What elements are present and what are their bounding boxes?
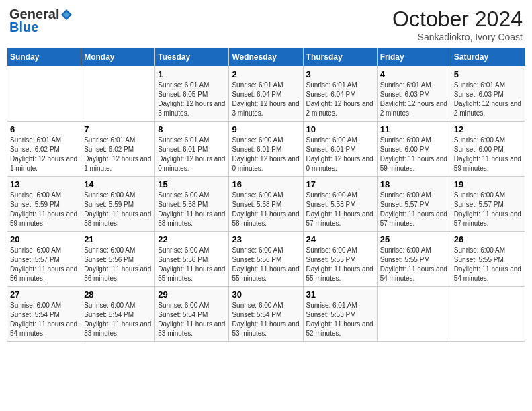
day-info: Sunrise: 6:00 AM Sunset: 6:01 PM Dayligh… bbox=[306, 136, 374, 173]
calendar-cell bbox=[81, 66, 155, 122]
day-info: Sunrise: 6:00 AM Sunset: 5:54 PM Dayligh… bbox=[10, 301, 78, 338]
calendar-table: SundayMondayTuesdayWednesdayThursdayFrid… bbox=[7, 48, 525, 342]
day-number: 26 bbox=[454, 234, 522, 244]
day-info: Sunrise: 6:01 AM Sunset: 6:02 PM Dayligh… bbox=[10, 136, 78, 173]
day-info: Sunrise: 6:01 AM Sunset: 6:04 PM Dayligh… bbox=[232, 81, 300, 118]
calendar-cell bbox=[7, 66, 81, 122]
calendar-cell: 28Sunrise: 6:00 AM Sunset: 5:54 PM Dayli… bbox=[81, 287, 155, 342]
calendar-cell: 15Sunrise: 6:00 AM Sunset: 5:58 PM Dayli… bbox=[155, 177, 229, 232]
day-number: 22 bbox=[158, 234, 226, 244]
day-info: Sunrise: 6:00 AM Sunset: 5:58 PM Dayligh… bbox=[158, 191, 226, 228]
day-number: 30 bbox=[232, 289, 300, 300]
day-number: 16 bbox=[232, 179, 300, 189]
day-number: 28 bbox=[84, 289, 152, 300]
day-number: 23 bbox=[232, 234, 300, 244]
calendar-cell: 29Sunrise: 6:00 AM Sunset: 5:54 PM Dayli… bbox=[155, 287, 229, 342]
day-info: Sunrise: 6:00 AM Sunset: 5:54 PM Dayligh… bbox=[158, 301, 226, 338]
day-info: Sunrise: 6:00 AM Sunset: 5:54 PM Dayligh… bbox=[84, 301, 152, 338]
logo: General Blue bbox=[9, 7, 73, 35]
calendar-cell: 22Sunrise: 6:00 AM Sunset: 5:56 PM Dayli… bbox=[155, 232, 229, 287]
logo-blue-text: Blue bbox=[9, 19, 38, 35]
day-number: 20 bbox=[10, 234, 78, 244]
calendar-cell: 17Sunrise: 6:00 AM Sunset: 5:58 PM Dayli… bbox=[303, 177, 377, 232]
calendar-cell: 16Sunrise: 6:00 AM Sunset: 5:58 PM Dayli… bbox=[229, 177, 303, 232]
day-info: Sunrise: 6:01 AM Sunset: 6:05 PM Dayligh… bbox=[158, 81, 226, 118]
calendar-cell: 3Sunrise: 6:01 AM Sunset: 6:04 PM Daylig… bbox=[303, 66, 377, 122]
day-number: 5 bbox=[454, 69, 522, 79]
day-info: Sunrise: 6:00 AM Sunset: 6:01 PM Dayligh… bbox=[232, 136, 300, 173]
day-number: 4 bbox=[380, 69, 448, 79]
logo-icon bbox=[60, 8, 73, 21]
day-info: Sunrise: 6:00 AM Sunset: 5:59 PM Dayligh… bbox=[10, 191, 78, 228]
calendar-cell bbox=[451, 287, 525, 342]
calendar-cell: 26Sunrise: 6:00 AM Sunset: 5:55 PM Dayli… bbox=[451, 232, 525, 287]
calendar-cell: 23Sunrise: 6:00 AM Sunset: 5:56 PM Dayli… bbox=[229, 232, 303, 287]
calendar-cell: 31Sunrise: 6:01 AM Sunset: 5:53 PM Dayli… bbox=[303, 287, 377, 342]
calendar-cell: 10Sunrise: 6:00 AM Sunset: 6:01 PM Dayli… bbox=[303, 122, 377, 177]
day-number: 19 bbox=[454, 179, 522, 189]
day-info: Sunrise: 6:00 AM Sunset: 5:58 PM Dayligh… bbox=[306, 191, 374, 228]
calendar-cell: 11Sunrise: 6:00 AM Sunset: 6:00 PM Dayli… bbox=[377, 122, 451, 177]
calendar-cell: 20Sunrise: 6:00 AM Sunset: 5:57 PM Dayli… bbox=[7, 232, 81, 287]
weekday-header: Monday bbox=[81, 48, 155, 66]
day-info: Sunrise: 6:00 AM Sunset: 5:58 PM Dayligh… bbox=[232, 191, 300, 228]
day-number: 17 bbox=[306, 179, 374, 189]
calendar-cell: 8Sunrise: 6:01 AM Sunset: 6:01 PM Daylig… bbox=[155, 122, 229, 177]
day-number: 9 bbox=[232, 124, 300, 134]
day-info: Sunrise: 6:01 AM Sunset: 6:01 PM Dayligh… bbox=[158, 136, 226, 173]
calendar-cell: 30Sunrise: 6:00 AM Sunset: 5:54 PM Dayli… bbox=[229, 287, 303, 342]
day-info: Sunrise: 6:00 AM Sunset: 5:56 PM Dayligh… bbox=[232, 246, 300, 283]
day-info: Sunrise: 6:01 AM Sunset: 6:04 PM Dayligh… bbox=[306, 81, 374, 118]
day-number: 13 bbox=[10, 179, 78, 189]
day-number: 2 bbox=[232, 69, 300, 79]
calendar-cell: 14Sunrise: 6:00 AM Sunset: 5:59 PM Dayli… bbox=[81, 177, 155, 232]
calendar-cell: 1Sunrise: 6:01 AM Sunset: 6:05 PM Daylig… bbox=[155, 66, 229, 122]
location-subtitle: Sankadiokro, Ivory Coast bbox=[392, 32, 523, 42]
day-info: Sunrise: 6:00 AM Sunset: 5:59 PM Dayligh… bbox=[84, 191, 152, 228]
day-number: 21 bbox=[84, 234, 152, 244]
weekday-header: Sunday bbox=[7, 48, 81, 66]
calendar-week-row: 20Sunrise: 6:00 AM Sunset: 5:57 PM Dayli… bbox=[7, 232, 525, 287]
calendar-cell: 2Sunrise: 6:01 AM Sunset: 6:04 PM Daylig… bbox=[229, 66, 303, 122]
day-number: 8 bbox=[158, 124, 226, 134]
calendar-week-row: 27Sunrise: 6:00 AM Sunset: 5:54 PM Dayli… bbox=[7, 287, 525, 342]
day-number: 25 bbox=[380, 234, 448, 244]
day-info: Sunrise: 6:00 AM Sunset: 5:55 PM Dayligh… bbox=[454, 246, 522, 283]
calendar-cell: 21Sunrise: 6:00 AM Sunset: 5:56 PM Dayli… bbox=[81, 232, 155, 287]
day-info: Sunrise: 6:01 AM Sunset: 6:03 PM Dayligh… bbox=[380, 81, 448, 118]
day-number: 29 bbox=[158, 289, 226, 300]
calendar-cell: 27Sunrise: 6:00 AM Sunset: 5:54 PM Dayli… bbox=[7, 287, 81, 342]
day-number: 3 bbox=[306, 69, 374, 79]
page-header: General Blue October 2024 Sankadiokro, I… bbox=[7, 7, 525, 42]
day-info: Sunrise: 6:01 AM Sunset: 6:02 PM Dayligh… bbox=[84, 136, 152, 173]
day-info: Sunrise: 6:00 AM Sunset: 5:57 PM Dayligh… bbox=[454, 191, 522, 228]
calendar-cell: 7Sunrise: 6:01 AM Sunset: 6:02 PM Daylig… bbox=[81, 122, 155, 177]
weekday-header: Tuesday bbox=[155, 48, 229, 66]
day-number: 18 bbox=[380, 179, 448, 189]
day-info: Sunrise: 6:00 AM Sunset: 5:55 PM Dayligh… bbox=[380, 246, 448, 283]
day-number: 6 bbox=[10, 124, 78, 134]
weekday-header: Friday bbox=[377, 48, 451, 66]
month-title: October 2024 bbox=[392, 7, 523, 32]
calendar-cell: 6Sunrise: 6:01 AM Sunset: 6:02 PM Daylig… bbox=[7, 122, 81, 177]
calendar-cell: 19Sunrise: 6:00 AM Sunset: 5:57 PM Dayli… bbox=[451, 177, 525, 232]
calendar-cell: 18Sunrise: 6:00 AM Sunset: 5:57 PM Dayli… bbox=[377, 177, 451, 232]
day-info: Sunrise: 6:00 AM Sunset: 6:00 PM Dayligh… bbox=[454, 136, 522, 173]
day-number: 15 bbox=[158, 179, 226, 189]
calendar-header-row: SundayMondayTuesdayWednesdayThursdayFrid… bbox=[7, 48, 525, 66]
calendar-week-row: 1Sunrise: 6:01 AM Sunset: 6:05 PM Daylig… bbox=[7, 66, 525, 122]
calendar-week-row: 6Sunrise: 6:01 AM Sunset: 6:02 PM Daylig… bbox=[7, 122, 525, 177]
calendar-cell: 12Sunrise: 6:00 AM Sunset: 6:00 PM Dayli… bbox=[451, 122, 525, 177]
day-info: Sunrise: 6:00 AM Sunset: 5:57 PM Dayligh… bbox=[10, 246, 78, 283]
day-number: 11 bbox=[380, 124, 448, 134]
day-info: Sunrise: 6:00 AM Sunset: 5:56 PM Dayligh… bbox=[158, 246, 226, 283]
calendar-cell: 25Sunrise: 6:00 AM Sunset: 5:55 PM Dayli… bbox=[377, 232, 451, 287]
day-info: Sunrise: 6:00 AM Sunset: 5:56 PM Dayligh… bbox=[84, 246, 152, 283]
day-number: 12 bbox=[454, 124, 522, 134]
day-number: 14 bbox=[84, 179, 152, 189]
weekday-header: Thursday bbox=[303, 48, 377, 66]
day-number: 7 bbox=[84, 124, 152, 134]
calendar-cell: 4Sunrise: 6:01 AM Sunset: 6:03 PM Daylig… bbox=[377, 66, 451, 122]
day-info: Sunrise: 6:00 AM Sunset: 6:00 PM Dayligh… bbox=[380, 136, 448, 173]
day-info: Sunrise: 6:01 AM Sunset: 5:53 PM Dayligh… bbox=[306, 301, 374, 338]
